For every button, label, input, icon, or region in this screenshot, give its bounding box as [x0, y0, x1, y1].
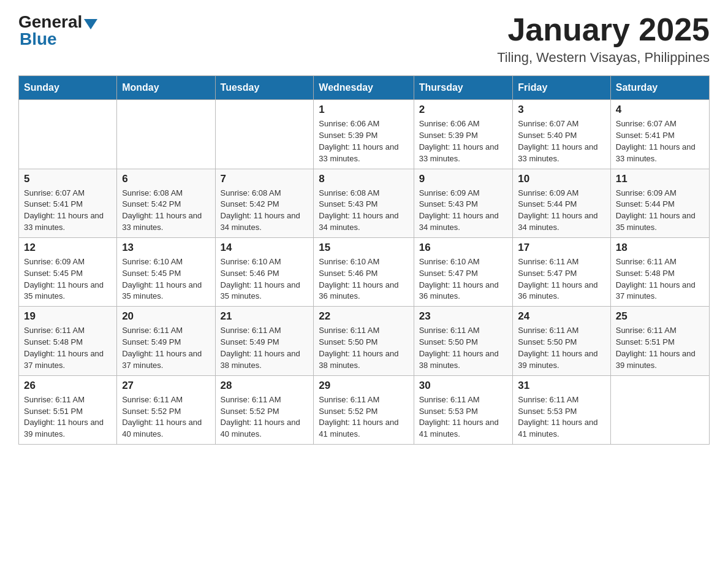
- day-info: Sunrise: 6:11 AM Sunset: 5:52 PM Dayligh…: [122, 394, 210, 440]
- day-number: 15: [319, 242, 408, 254]
- day-info: Sunrise: 6:11 AM Sunset: 5:50 PM Dayligh…: [319, 325, 408, 371]
- day-info: Sunrise: 6:11 AM Sunset: 5:52 PM Dayligh…: [221, 394, 309, 440]
- main-title: January 2025: [497, 12, 710, 47]
- day-number: 25: [616, 310, 704, 323]
- calendar-cell: [610, 375, 709, 444]
- day-number: 6: [122, 173, 210, 185]
- day-info: Sunrise: 6:11 AM Sunset: 5:48 PM Dayligh…: [24, 325, 112, 371]
- calendar-cell: 28Sunrise: 6:11 AM Sunset: 5:52 PM Dayli…: [215, 375, 314, 444]
- calendar-week-row: 1Sunrise: 6:06 AM Sunset: 5:39 PM Daylig…: [19, 100, 710, 169]
- day-number: 24: [518, 310, 605, 323]
- day-info: Sunrise: 6:08 AM Sunset: 5:42 PM Dayligh…: [122, 188, 210, 234]
- calendar-cell: 2Sunrise: 6:06 AM Sunset: 5:39 PM Daylig…: [414, 100, 513, 169]
- calendar-cell: 23Sunrise: 6:11 AM Sunset: 5:50 PM Dayli…: [414, 307, 513, 375]
- day-number: 5: [24, 173, 112, 185]
- day-number: 21: [221, 310, 309, 323]
- day-info: Sunrise: 6:11 AM Sunset: 5:51 PM Dayligh…: [24, 394, 112, 440]
- day-info: Sunrise: 6:10 AM Sunset: 5:46 PM Dayligh…: [319, 256, 408, 302]
- calendar-day-header: Wednesday: [314, 76, 414, 100]
- calendar-cell: [117, 100, 215, 169]
- calendar-day-header: Thursday: [414, 76, 513, 100]
- day-info: Sunrise: 6:06 AM Sunset: 5:39 PM Dayligh…: [319, 118, 408, 164]
- day-number: 10: [518, 173, 605, 185]
- calendar-cell: 13Sunrise: 6:10 AM Sunset: 5:45 PM Dayli…: [117, 237, 215, 306]
- day-info: Sunrise: 6:11 AM Sunset: 5:48 PM Dayligh…: [616, 256, 704, 302]
- day-info: Sunrise: 6:07 AM Sunset: 5:40 PM Dayligh…: [518, 118, 605, 164]
- calendar-cell: 15Sunrise: 6:10 AM Sunset: 5:46 PM Dayli…: [314, 237, 414, 306]
- calendar-cell: 21Sunrise: 6:11 AM Sunset: 5:49 PM Dayli…: [215, 307, 314, 375]
- calendar-cell: 14Sunrise: 6:10 AM Sunset: 5:46 PM Dayli…: [215, 237, 314, 306]
- day-info: Sunrise: 6:11 AM Sunset: 5:50 PM Dayligh…: [419, 325, 508, 371]
- calendar-cell: 10Sunrise: 6:09 AM Sunset: 5:44 PM Dayli…: [513, 169, 610, 237]
- day-number: 31: [518, 380, 605, 392]
- calendar-cell: 17Sunrise: 6:11 AM Sunset: 5:47 PM Dayli…: [513, 237, 610, 306]
- calendar-cell: 16Sunrise: 6:10 AM Sunset: 5:47 PM Dayli…: [414, 237, 513, 306]
- subtitle: Tiling, Western Visayas, Philippines: [497, 50, 710, 66]
- day-info: Sunrise: 6:08 AM Sunset: 5:42 PM Dayligh…: [221, 188, 309, 234]
- calendar-cell: 9Sunrise: 6:09 AM Sunset: 5:43 PM Daylig…: [414, 169, 513, 237]
- day-number: 8: [319, 173, 408, 185]
- calendar-cell: 7Sunrise: 6:08 AM Sunset: 5:42 PM Daylig…: [215, 169, 314, 237]
- day-number: 17: [518, 242, 605, 254]
- day-number: 1: [319, 104, 408, 116]
- calendar-cell: 22Sunrise: 6:11 AM Sunset: 5:50 PM Dayli…: [314, 307, 414, 375]
- day-number: 26: [24, 380, 112, 392]
- day-number: 3: [518, 104, 605, 116]
- day-number: 28: [221, 380, 309, 392]
- title-section: January 2025 Tiling, Western Visayas, Ph…: [497, 12, 710, 66]
- calendar-cell: 6Sunrise: 6:08 AM Sunset: 5:42 PM Daylig…: [117, 169, 215, 237]
- calendar-cell: 19Sunrise: 6:11 AM Sunset: 5:48 PM Dayli…: [19, 307, 117, 375]
- day-info: Sunrise: 6:11 AM Sunset: 5:49 PM Dayligh…: [122, 325, 210, 371]
- calendar-cell: [19, 100, 117, 169]
- calendar-cell: 4Sunrise: 6:07 AM Sunset: 5:41 PM Daylig…: [610, 100, 709, 169]
- calendar-cell: [215, 100, 314, 169]
- calendar-week-row: 19Sunrise: 6:11 AM Sunset: 5:48 PM Dayli…: [19, 307, 710, 375]
- day-number: 20: [122, 310, 210, 323]
- calendar-cell: 18Sunrise: 6:11 AM Sunset: 5:48 PM Dayli…: [610, 237, 709, 306]
- day-number: 11: [616, 173, 704, 185]
- calendar-day-header: Tuesday: [215, 76, 314, 100]
- day-number: 27: [122, 380, 210, 392]
- calendar-cell: 12Sunrise: 6:09 AM Sunset: 5:45 PM Dayli…: [19, 237, 117, 306]
- day-number: 22: [319, 310, 408, 323]
- day-info: Sunrise: 6:07 AM Sunset: 5:41 PM Dayligh…: [616, 118, 704, 164]
- day-number: 4: [616, 104, 704, 116]
- day-info: Sunrise: 6:10 AM Sunset: 5:45 PM Dayligh…: [122, 256, 210, 302]
- day-info: Sunrise: 6:08 AM Sunset: 5:43 PM Dayligh…: [319, 188, 408, 234]
- calendar-header-row: SundayMondayTuesdayWednesdayThursdayFrid…: [19, 76, 710, 100]
- day-number: 29: [319, 380, 408, 392]
- calendar-day-header: Sunday: [19, 76, 117, 100]
- day-info: Sunrise: 6:11 AM Sunset: 5:47 PM Dayligh…: [518, 256, 605, 302]
- day-number: 13: [122, 242, 210, 254]
- calendar-cell: 1Sunrise: 6:06 AM Sunset: 5:39 PM Daylig…: [314, 100, 414, 169]
- calendar-cell: 24Sunrise: 6:11 AM Sunset: 5:50 PM Dayli…: [513, 307, 610, 375]
- day-number: 9: [419, 173, 508, 185]
- calendar-cell: 25Sunrise: 6:11 AM Sunset: 5:51 PM Dayli…: [610, 307, 709, 375]
- day-number: 18: [616, 242, 704, 254]
- day-info: Sunrise: 6:10 AM Sunset: 5:47 PM Dayligh…: [419, 256, 508, 302]
- day-number: 23: [419, 310, 508, 323]
- day-info: Sunrise: 6:11 AM Sunset: 5:53 PM Dayligh…: [419, 394, 508, 440]
- calendar-day-header: Saturday: [610, 76, 709, 100]
- calendar-cell: 30Sunrise: 6:11 AM Sunset: 5:53 PM Dayli…: [414, 375, 513, 444]
- calendar-cell: 31Sunrise: 6:11 AM Sunset: 5:53 PM Dayli…: [513, 375, 610, 444]
- day-number: 14: [221, 242, 309, 254]
- calendar-cell: 20Sunrise: 6:11 AM Sunset: 5:49 PM Dayli…: [117, 307, 215, 375]
- day-info: Sunrise: 6:07 AM Sunset: 5:41 PM Dayligh…: [24, 188, 112, 234]
- day-info: Sunrise: 6:11 AM Sunset: 5:49 PM Dayligh…: [221, 325, 309, 371]
- day-info: Sunrise: 6:09 AM Sunset: 5:44 PM Dayligh…: [616, 188, 704, 234]
- calendar-cell: 11Sunrise: 6:09 AM Sunset: 5:44 PM Dayli…: [610, 169, 709, 237]
- day-info: Sunrise: 6:09 AM Sunset: 5:43 PM Dayligh…: [419, 188, 508, 234]
- logo: General Blue: [18, 12, 97, 49]
- calendar-cell: 8Sunrise: 6:08 AM Sunset: 5:43 PM Daylig…: [314, 169, 414, 237]
- day-number: 19: [24, 310, 112, 323]
- calendar-cell: 5Sunrise: 6:07 AM Sunset: 5:41 PM Daylig…: [19, 169, 117, 237]
- day-info: Sunrise: 6:10 AM Sunset: 5:46 PM Dayligh…: [221, 256, 309, 302]
- calendar-table: SundayMondayTuesdayWednesdayThursdayFrid…: [18, 75, 710, 445]
- day-info: Sunrise: 6:11 AM Sunset: 5:51 PM Dayligh…: [616, 325, 704, 371]
- day-number: 2: [419, 104, 508, 116]
- calendar-day-header: Friday: [513, 76, 610, 100]
- day-info: Sunrise: 6:11 AM Sunset: 5:50 PM Dayligh…: [518, 325, 605, 371]
- calendar-cell: 27Sunrise: 6:11 AM Sunset: 5:52 PM Dayli…: [117, 375, 215, 444]
- calendar-week-row: 26Sunrise: 6:11 AM Sunset: 5:51 PM Dayli…: [19, 375, 710, 444]
